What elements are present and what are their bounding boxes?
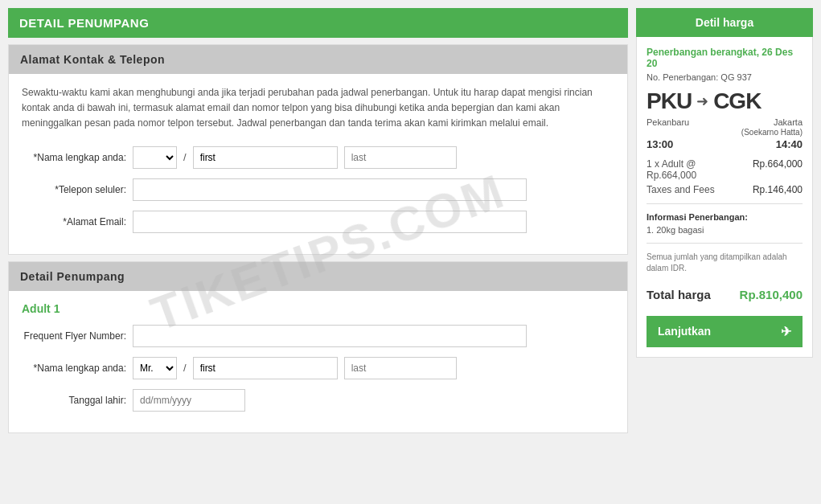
plane-icon: ✈ (781, 324, 791, 339)
time-row: 13:00 14:40 (647, 138, 803, 150)
contact-phone-input[interactable] (133, 178, 527, 201)
origin-city: Pekanbaru (647, 117, 689, 137)
currency-note: Semua jumlah yang ditampilkan adalah dal… (647, 252, 803, 274)
origin-time: 13:00 (647, 138, 673, 150)
arrow-icon: ➜ (696, 92, 708, 110)
frequent-flyer-row: Frequent Flyer Number: (22, 325, 614, 347)
dob-label: Tanggal lahir: (22, 395, 126, 406)
continue-button[interactable]: Lanjutkan ✈ (647, 316, 803, 347)
contact-card-body: Sewaktu-waktu kami akan menghubungi anda… (9, 74, 627, 254)
dob-input[interactable] (133, 389, 245, 412)
adult-price-row: 1 x Adult @ Rp.664,000 Rp.664,000 (647, 158, 803, 181)
passenger-card-body: Adult 1 Frequent Flyer Number: *Nama len… (9, 291, 627, 432)
passenger-section-header: Detail Penumpang (9, 262, 627, 291)
passenger-name-label: *Nama lengkap anda: (22, 363, 126, 374)
passenger-last-name-input[interactable] (344, 357, 457, 379)
divider (647, 203, 803, 204)
contact-name-label: *Nama lengkap anda: (22, 152, 126, 163)
contact-email-input[interactable] (133, 211, 527, 233)
info-item1: 1. 20kg bagasi (647, 225, 803, 235)
contact-phone-row: *Telepon seluler: (22, 178, 614, 201)
slash-divider: / (183, 151, 187, 163)
contact-title-select[interactable]: Mr. Mrs. Ms. (133, 146, 177, 169)
flight-number: No. Penerbangan: QG 937 (647, 72, 803, 82)
taxes-row: Taxes and Fees Rp.146,400 (647, 184, 803, 195)
contact-email-label: *Alamat Email: (22, 216, 126, 227)
contact-email-row: *Alamat Email: (22, 211, 614, 233)
passenger-title-select[interactable]: Mr. Mrs. Ms. (133, 357, 177, 379)
origin-code: PKU (647, 88, 692, 114)
sidebar-body: Penerbangan berangkat, 26 Des 20 No. Pen… (636, 37, 813, 358)
passenger-slash-divider: / (183, 362, 187, 374)
route-row: PKU ➜ CGK (647, 88, 803, 114)
info-label: Informasi Penerbangan: (647, 212, 803, 222)
adult-label: Adult 1 (22, 302, 614, 315)
dob-row: Tanggal lahir: (22, 389, 614, 412)
passenger-card: Detail Penumpang Adult 1 Frequent Flyer … (8, 261, 628, 433)
contact-section-header: Alamat Kontak & Telepon (9, 45, 627, 74)
contact-card: Alamat Kontak & Telepon Sewaktu-waktu ka… (8, 44, 628, 255)
contact-info-text: Sewaktu-waktu kami akan menghubungi anda… (22, 85, 614, 132)
flight-date: Penerbangan berangkat, 26 Des 20 (647, 47, 803, 69)
adult-price-value: Rp.664,000 (753, 158, 803, 181)
contact-name-row: *Nama lengkap anda: Mr. Mrs. Ms. / (22, 146, 614, 169)
dest-time: 14:40 (776, 138, 803, 150)
contact-first-name-input[interactable] (193, 146, 338, 169)
main-section-header: DETAIL PENUMPANG (8, 8, 628, 38)
taxes-label: Taxes and Fees (647, 184, 715, 195)
passenger-first-name-input[interactable] (193, 357, 338, 379)
contact-last-name-input[interactable] (344, 146, 457, 169)
sidebar-header: Detil harga (636, 8, 813, 37)
total-label: Total harga (647, 287, 711, 303)
continue-button-label: Lanjutkan (658, 325, 711, 338)
frequent-flyer-label: Frequent Flyer Number: (22, 330, 126, 342)
city-row: Pekanbaru Jakarta (Soekarno Hatta) (647, 117, 803, 137)
frequent-flyer-input[interactable] (133, 325, 527, 347)
total-row: Total harga Rp.810,400 (647, 281, 803, 309)
main-content: DETAIL PENUMPANG Alamat Kontak & Telepon… (8, 8, 628, 496)
dest-city: Jakarta (Soekarno Hatta) (741, 117, 803, 137)
dest-code: CGK (713, 88, 761, 114)
page-wrapper: DETAIL PENUMPANG Alamat Kontak & Telepon… (0, 0, 821, 504)
divider2 (647, 243, 803, 244)
taxes-value: Rp.146,400 (753, 184, 803, 195)
contact-phone-label: *Telepon seluler: (22, 184, 126, 195)
total-value: Rp.810,400 (740, 288, 803, 301)
sidebar: Detil harga Penerbangan berangkat, 26 De… (636, 8, 813, 496)
passenger-name-row: *Nama lengkap anda: Mr. Mrs. Ms. / (22, 357, 614, 379)
adult-price-label: 1 x Adult @ Rp.664,000 (647, 158, 696, 181)
